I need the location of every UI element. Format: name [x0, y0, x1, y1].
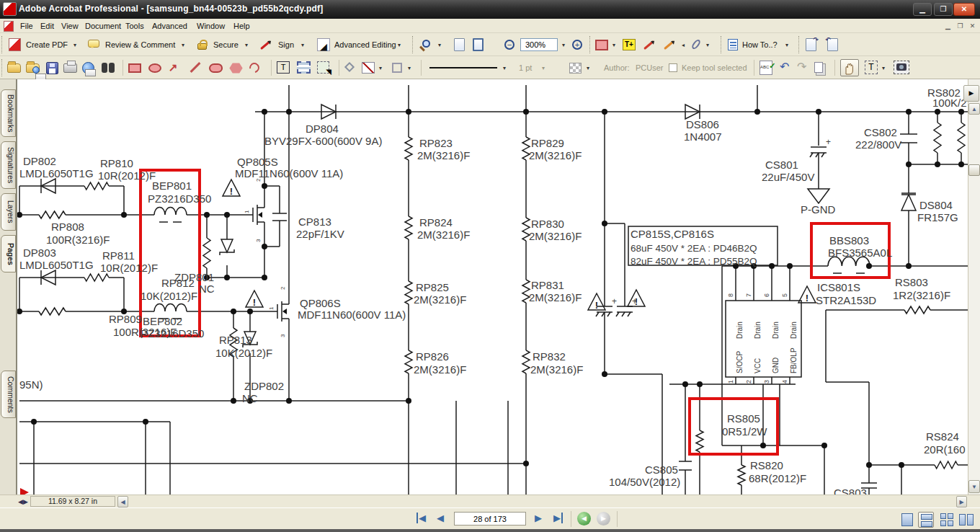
zoom-level-dropdown[interactable]: ▾ [562, 42, 565, 48]
sidebar-tab-pages[interactable]: Pages [1, 235, 16, 272]
menu-advanced[interactable]: Advanced [149, 21, 190, 31]
redo-icon[interactable]: ↷ [797, 60, 806, 74]
search-icon[interactable] [102, 63, 107, 73]
comment-marker-icon[interactable] [20, 488, 29, 495]
first-page-icon[interactable]: ◀ [416, 513, 426, 523]
doc-restore-button[interactable]: ❐ [955, 21, 966, 31]
advanced-editing-dropdown[interactable]: ▾ [398, 42, 401, 48]
pencil-tool-icon[interactable] [643, 40, 654, 50]
highlight-text-icon[interactable]: T+ [623, 39, 636, 50]
toolbar-grip[interactable] [589, 36, 592, 53]
scroll-right-icon[interactable]: ▶ [956, 496, 967, 507]
rectangle-tool-icon[interactable] [128, 63, 141, 73]
panel-splitter-icon[interactable]: ◀▶ [18, 498, 28, 505]
sidebar-tab-layers[interactable]: Layers [1, 193, 16, 231]
line-width-dropdown[interactable]: ▾ [542, 65, 545, 71]
document-canvas[interactable]: +++!!!!!DP802LMDL6050T1GRP81010R(2012)FB… [17, 79, 968, 495]
square-outline-style-icon[interactable] [392, 63, 402, 73]
table-grid-tool-icon[interactable] [297, 61, 311, 74]
hand-tool-button[interactable] [840, 59, 859, 76]
open-file-icon[interactable] [7, 63, 21, 73]
select-text-tool-icon[interactable]: T [865, 61, 878, 74]
sidebar-tab-bookmarks[interactable]: Bookmarks [1, 89, 16, 137]
line-weight-dropdown[interactable]: ▾ [503, 65, 506, 71]
pencil-eraser-tool-icon[interactable] [664, 40, 674, 50]
previous-page-view-icon[interactable]: ↶ [827, 38, 838, 51]
zoom-level-input[interactable] [520, 38, 558, 51]
next-page-icon[interactable]: ▶ [535, 513, 542, 523]
sign-dropdown[interactable]: ▾ [301, 42, 304, 48]
scroll-down-icon[interactable]: ▼ [968, 480, 980, 493]
review-comment-dropdown[interactable]: ▾ [182, 42, 184, 48]
vertical-scrollbar[interactable]: ▶ ▲ ▼ [968, 79, 980, 495]
continuous-layout-icon[interactable] [918, 512, 934, 528]
toolbar-grip[interactable] [412, 36, 414, 53]
square-style-dropdown[interactable]: ▾ [408, 65, 411, 71]
line-weight-preview[interactable] [429, 67, 497, 68]
fit-page-icon[interactable] [473, 38, 484, 51]
advanced-editing-button[interactable]: Advanced Editing [334, 40, 396, 49]
pencil-tool-collapse[interactable]: ◂ [682, 42, 685, 48]
vertical-scroll-thumb[interactable] [968, 164, 980, 176]
secure-button[interactable]: Secure [213, 40, 239, 49]
continuous-facing-layout-icon[interactable] [939, 512, 955, 528]
print-icon[interactable] [63, 63, 77, 73]
close-button[interactable]: ✕ [953, 3, 975, 16]
next-view-icon[interactable]: ▶ [597, 512, 610, 526]
doc-minimize-button[interactable]: ▁ [943, 21, 953, 31]
select-text-dropdown[interactable]: ▾ [882, 65, 885, 71]
scroll-left-icon[interactable]: ◀ [117, 496, 128, 507]
menu-tools[interactable]: Tools [122, 21, 147, 31]
snapshot-tool-icon[interactable] [894, 61, 909, 74]
fill-pattern-dropdown[interactable]: ▾ [587, 65, 589, 71]
keep-tool-checkbox[interactable] [669, 63, 677, 72]
how-to-button[interactable]: How To..? [742, 40, 778, 49]
email-icon[interactable] [82, 62, 94, 74]
attach-file-dropdown[interactable]: ▾ [706, 42, 709, 48]
save-icon[interactable] [46, 62, 58, 74]
undo-icon[interactable]: ↶ [780, 60, 789, 74]
cloud-tool-icon[interactable] [209, 63, 223, 73]
line-style-dropdown[interactable]: ▾ [379, 65, 382, 71]
copy-icon[interactable] [814, 62, 823, 73]
open-web-page-icon[interactable] [26, 63, 40, 73]
next-page-view-icon[interactable]: ↷ [806, 38, 816, 51]
actual-size-icon[interactable] [454, 38, 465, 51]
menu-view[interactable]: View [58, 21, 81, 31]
select-object-tool-icon[interactable]: ◥ [317, 61, 329, 74]
menu-document[interactable]: Document [82, 21, 124, 31]
expand-toolbar-button[interactable]: ▶ [963, 85, 979, 102]
polygon-tool-icon[interactable] [229, 63, 243, 74]
rectangle-annotation-icon[interactable] [595, 40, 608, 50]
menu-help[interactable]: Help [231, 21, 253, 31]
pencil-loop-tool-icon[interactable] [247, 61, 261, 74]
oval-tool-icon[interactable] [148, 63, 161, 73]
create-pdf-button[interactable]: Create PDF [26, 40, 68, 49]
toolbar-grip[interactable] [798, 36, 801, 53]
secure-dropdown[interactable]: ▾ [245, 42, 248, 48]
sidebar-tab-comments[interactable]: Comments [1, 371, 16, 418]
restore-button[interactable]: ❐ [934, 3, 953, 16]
last-page-icon[interactable]: ▶ [553, 513, 563, 523]
shape-style-icon[interactable] [344, 62, 355, 72]
rectangle-annotation-dropdown[interactable]: ▾ [612, 42, 615, 48]
no-line-style-icon[interactable] [362, 62, 375, 74]
create-pdf-dropdown[interactable]: ▾ [74, 42, 76, 48]
page-number-input[interactable] [454, 512, 526, 526]
how-to-dropdown[interactable]: ▾ [785, 42, 788, 48]
text-box-tool-icon[interactable]: T [277, 61, 290, 74]
sign-button[interactable]: Sign [278, 40, 294, 49]
toolbar-grip[interactable] [721, 36, 723, 53]
zoom-out-icon[interactable]: − [504, 40, 514, 50]
menu-edit[interactable]: Edit [37, 21, 57, 31]
zoom-in-icon[interactable]: + [572, 40, 582, 50]
toolbar-grip[interactable] [1, 59, 4, 76]
doc-close-button[interactable]: ✕ [967, 21, 978, 31]
minimize-button[interactable]: ▁ [913, 3, 932, 16]
schematic-page[interactable]: +++!!!!!DP802LMDL6050T1GRP81010R(2012)FB… [17, 79, 968, 495]
review-comment-button[interactable]: Review & Comment [105, 40, 175, 49]
line-tool-icon[interactable] [190, 62, 201, 73]
menu-file[interactable]: File [17, 21, 36, 31]
facing-layout-icon[interactable] [958, 512, 974, 528]
attach-file-icon[interactable] [690, 38, 702, 50]
